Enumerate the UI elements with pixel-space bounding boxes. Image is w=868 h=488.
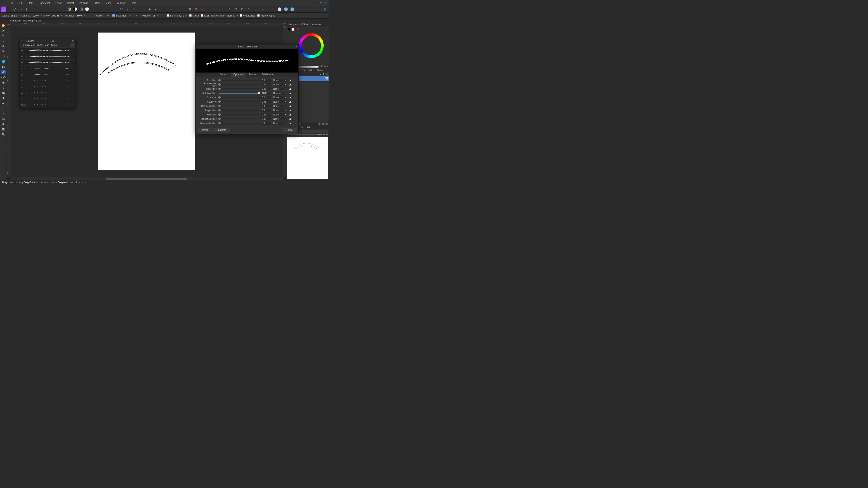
magnet-icon[interactable]: ⌐ [199,7,204,12]
foreground-swatch[interactable] [288,28,291,31]
dlg-tab-dynamics[interactable]: Dynamics [231,72,246,77]
jitter-slider[interactable] [218,110,260,111]
menu-file[interactable]: File [7,0,16,6]
jitter-controller-select[interactable]: None▾ [273,83,287,86]
jitter-value[interactable]: 0 % [261,100,271,103]
brushes-grip-icon[interactable]: ⋮⋮ [21,40,25,42]
jitter-value[interactable]: 0 % [261,109,271,112]
group-icon[interactable]: ▣ [318,123,321,125]
menu-select[interactable]: Select [64,0,77,6]
clone-tool[interactable]: ⊛ [1,80,6,85]
persona-ring-icon[interactable]: ◯ [12,7,17,12]
share-icon[interactable]: ⠪ [30,7,35,12]
gradient-tool[interactable]: ◐ [1,65,6,69]
jitter-controller-select[interactable]: None▾ [273,88,287,90]
brush-item[interactable]: 50 [20,96,75,102]
frequency-icon[interactable]: ||| [24,7,29,12]
erase-tool[interactable]: ⌫ [1,75,6,79]
quick-mask-icon[interactable]: ◉ [147,7,152,12]
align-icon[interactable]: ≡ [260,7,266,12]
mirror-checkbox[interactable] [189,14,192,17]
color-tab-histogram[interactable]: Histogram [286,23,300,26]
document-close-button[interactable]: × [325,19,329,22]
symmetry-checkbox[interactable] [166,14,169,17]
lens2-icon[interactable] [283,7,288,12]
marquee-tool[interactable]: ⬚ [1,54,6,59]
scrollbar-horizontal[interactable] [10,177,283,180]
jitter-controller-select[interactable]: None▾ [273,100,287,103]
jitter-slider[interactable] [218,97,260,98]
layer-settings-icon[interactable]: ⚙ [323,73,325,75]
hardness-input[interactable]: 80 %▾ [77,14,86,17]
lock-checkbox[interactable] [201,14,203,17]
jitter-slider[interactable] [218,105,260,106]
ramp-icon[interactable]: ◢ [288,100,291,103]
menu-view[interactable]: View [103,0,114,6]
ramp-icon[interactable]: ◢ [288,104,291,107]
selection-brush-tool[interactable]: ✳ [1,49,6,54]
brushes-close-button[interactable]: × [71,39,74,42]
brush-item[interactable]: 50 [20,90,75,96]
nav-zoom-in-icon[interactable]: ⊕ [326,133,328,136]
menu-filters[interactable]: Filters [91,0,103,6]
jitter-controller-select[interactable]: None▾ [273,118,287,121]
dodge-tool[interactable]: ◑ [1,91,6,95]
dlg-tab-sub-brushes[interactable]: Sub Brushes [259,72,277,77]
brush-category-select[interactable]: Fantasy Map Builder - Map Effects▾ [21,43,70,47]
brush-item[interactable]: 35 [20,54,75,60]
layer-menu-icon[interactable]: ☰ [326,73,328,75]
blur-tool[interactable]: ○ [1,86,6,90]
menu-layer[interactable]: Layer [53,0,64,6]
nav-zoom-out-icon[interactable]: ⊖ [323,133,325,136]
jitter-slider[interactable] [218,80,260,80]
layer-tab-stock[interactable]: Stock [316,68,324,72]
jitter-controller-select[interactable]: None▾ [273,113,287,116]
brush-item[interactable]: 4000 [20,102,75,108]
blendmode-select[interactable]: Normal▾ [227,14,238,17]
ramp-icon[interactable]: ◢ [288,117,291,121]
menu-arrange[interactable]: Arrange [76,0,91,6]
width-input[interactable]: 25 px▾ [11,14,20,17]
diag-icon[interactable]: ╲ [125,7,129,12]
jitter-value[interactable]: 100 % [261,92,271,95]
lens3-icon[interactable] [290,7,295,12]
jitter-controller-select[interactable]: Direction▾ [273,92,287,95]
background-swatch[interactable] [291,28,294,31]
brush-item[interactable]: 50 [20,78,75,84]
window-input[interactable]: 25▾ [153,14,158,17]
paint-brush-tool[interactable]: 🖌 [1,70,6,74]
ramp-icon[interactable]: ◢ [288,109,291,112]
brush-item[interactable]: 35 [20,60,75,66]
brush-dialog-close-button[interactable]: × [296,45,298,48]
square1-icon[interactable]: ◻ [227,7,232,12]
menu-text[interactable]: Text [26,0,36,6]
maximize-button[interactable]: ▭ [319,1,322,4]
jitter-controller-select[interactable]: None▾ [273,122,287,125]
pen-tool[interactable]: ✒ [1,101,6,105]
move-tool[interactable]: ➤ [1,28,6,33]
jitter-controller-select[interactable]: None▾ [273,79,287,82]
flow-input[interactable]: 100 %▾ [52,14,62,17]
white-circle-icon[interactable] [85,7,89,12]
ramp-icon[interactable]: ◢ [288,122,291,125]
magnet-dd-icon[interactable]: ▾ [206,7,210,12]
brush-item[interactable]: 20 [20,66,75,72]
lens1-icon[interactable] [277,7,282,12]
symmetry-input[interactable]: 1▾ [183,14,187,17]
marquee-icon[interactable]: ⬚ [119,7,124,12]
wetedges-checkbox[interactable] [240,14,242,17]
jitter-controller-select[interactable]: None▾ [273,96,287,99]
nav-i5[interactable] [325,130,328,133]
persona-hex-icon[interactable]: ⬡ [18,7,23,12]
text-tool[interactable]: A [1,122,6,126]
jitter-value[interactable]: 0 % [261,79,271,82]
dlg-tab-texture[interactable]: Texture [246,72,259,77]
jitter-slider[interactable] [218,93,260,94]
ramp-icon[interactable]: ◢ [288,78,291,82]
jitter-value[interactable]: 0 % [261,118,271,121]
jitter-value[interactable]: 0 % [261,88,271,90]
protectalpha-checkbox[interactable] [257,14,260,17]
brush-menu-icon[interactable] [71,43,74,47]
jitter-value[interactable]: 0 % [261,105,271,107]
layer-tab-styles[interactable]: Styles [306,68,315,72]
